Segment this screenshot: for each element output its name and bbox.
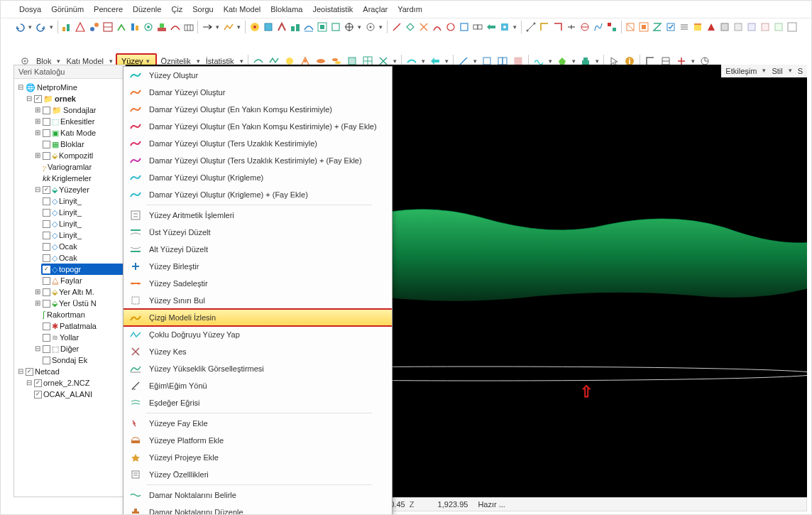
tool-icon[interactable]: [262, 20, 274, 34]
menu-ust-duzelt[interactable]: Üst Yüzeyi Düzelt: [124, 224, 392, 241]
tool-icon[interactable]: [289, 20, 301, 34]
dropdown-icon[interactable]: ▾: [236, 23, 242, 31]
tool-icon[interactable]: [525, 20, 537, 34]
tree-item[interactable]: Bloklar: [60, 139, 84, 150]
tool-icon[interactable]: [142, 20, 154, 34]
menu-nokta-duzenle[interactable]: Damar Noktalarını Düzenle: [124, 504, 392, 515]
tree-item[interactable]: Linyit_: [59, 229, 82, 241]
menu-projeye-ekle[interactable]: Yüzeyi Projeye Ekle: [124, 449, 392, 466]
tool-icon[interactable]: [458, 20, 470, 34]
menu-yukseklik-gorsel[interactable]: Yüzey Yükseklik Görselleştirmesi: [124, 360, 392, 377]
menu-pencere[interactable]: Pencere: [94, 5, 123, 13]
tool-icon[interactable]: [664, 20, 676, 34]
menu-coklu-dogru[interactable]: Çoklu Doğruyu Yüzey Yap: [124, 326, 392, 343]
tree-item[interactable]: Linyit_: [59, 195, 82, 207]
tree-item[interactable]: Kompozitl: [59, 150, 93, 161]
tool-icon[interactable]: [248, 20, 260, 34]
tool-icon[interactable]: [75, 20, 87, 34]
tool-icon[interactable]: [565, 20, 577, 34]
tree-item[interactable]: Linyit_: [59, 207, 82, 218]
tree-item[interactable]: Kriglemeler: [52, 173, 92, 184]
dropdown-icon[interactable]: ▾: [378, 23, 384, 31]
tree-item[interactable]: Linyit_: [59, 218, 82, 229]
tree-item[interactable]: Ocak: [59, 252, 77, 264]
tool-icon[interactable]: [275, 20, 287, 34]
dropdown-icon[interactable]: ▾: [444, 58, 450, 65]
dropdown-icon[interactable]: ▾: [512, 23, 518, 31]
menu-alt-duzelt[interactable]: Alt Yüzeyi Düzelt: [124, 241, 392, 258]
menu-damar-enyk-fay[interactable]: Damar Yüzeyi Oluştur (En Yakın Komşu Kes…: [124, 118, 392, 135]
tool-icon[interactable]: [88, 20, 100, 34]
tree-item[interactable]: Katı Mode: [60, 127, 96, 139]
menu-gorunum[interactable]: Görünüm: [51, 5, 84, 13]
tool-icon[interactable]: [746, 20, 758, 34]
menu-aritmetik[interactable]: Yüzey Aritmetik İşlemleri: [124, 207, 392, 224]
tool-icon[interactable]: [552, 20, 564, 34]
menu-cizgi-modeli-izlesin[interactable]: Çizgi Modeli İzlesin: [124, 308, 392, 327]
tool-icon[interactable]: [182, 20, 194, 34]
tool-icon[interactable]: [498, 20, 510, 34]
tool-icon[interactable]: [692, 20, 704, 34]
tool-icon[interactable]: [733, 20, 745, 34]
dropdown-icon[interactable]: ▾: [27, 23, 33, 31]
tool-icon[interactable]: [485, 20, 497, 34]
tool-icon[interactable]: [786, 20, 799, 34]
tool-icon[interactable]: [679, 20, 691, 34]
tree-item[interactable]: Yüzeyler: [59, 184, 89, 195]
tool-icon[interactable]: [343, 20, 355, 34]
menu-platform-ekle[interactable]: Yüzeye Platform Ekle: [124, 432, 392, 449]
tree-item[interactable]: Sondaj Ek: [52, 354, 87, 366]
menu-ozellikler[interactable]: Yüzey Özelllikleri: [124, 466, 392, 483]
tree-item[interactable]: Sondajlar: [63, 104, 96, 116]
dropdown-icon[interactable]: ▾: [547, 58, 554, 65]
menu-yuzey-olustur[interactable]: Yüzey Oluştur: [124, 67, 392, 84]
dropdown-icon[interactable]: ▾: [420, 58, 427, 65]
tool-icon[interactable]: [605, 20, 618, 34]
etkilesim-menu[interactable]: Etkileşim: [725, 67, 757, 75]
tree-item[interactable]: Yer Üstü N: [59, 298, 97, 309]
dropdown-icon[interactable]: ▾: [571, 58, 577, 65]
tool-icon[interactable]: [651, 20, 663, 34]
tree-netcad[interactable]: Netcad: [35, 366, 60, 377]
menu-esdeger[interactable]: Eşdeğer Eğrisi: [124, 394, 392, 411]
redo-icon[interactable]: [35, 20, 47, 34]
tool-icon[interactable]: [404, 20, 416, 34]
menu-damar-tersuz[interactable]: Damar Yüzeyi Oluştur (Ters Uzaklık Kesti…: [124, 135, 392, 152]
tool-icon[interactable]: [364, 20, 376, 34]
tree-root[interactable]: NetproMine: [37, 82, 77, 93]
tree-item-selected[interactable]: topogr: [59, 264, 81, 275]
line-tool-icon[interactable]: [390, 20, 402, 34]
tool-icon[interactable]: [624, 20, 636, 34]
tool-icon[interactable]: [719, 20, 731, 34]
dropdown-icon[interactable]: ▾: [392, 58, 398, 65]
menu-fay-ekle[interactable]: Yüzeye Fay Ekle: [124, 415, 392, 432]
arrow-icon[interactable]: [201, 20, 213, 34]
tree-item[interactable]: Yollar: [60, 332, 79, 343]
tool-icon[interactable]: [102, 20, 114, 34]
tool-icon[interactable]: [471, 20, 483, 34]
tool-icon[interactable]: [706, 20, 718, 34]
dropdown-icon[interactable]: ▾: [690, 58, 696, 65]
tree-project[interactable]: ornek: [55, 93, 76, 104]
dropdown-icon[interactable]: ▾: [356, 23, 363, 31]
dropdown-icon[interactable]: ▾: [594, 58, 600, 65]
menu-jeoistatistik[interactable]: Jeoistatistik: [312, 5, 353, 13]
tool-icon[interactable]: [637, 20, 649, 34]
undo-icon[interactable]: [13, 20, 26, 34]
menu-bloklama[interactable]: Bloklama: [270, 5, 302, 13]
tool-icon[interactable]: [592, 20, 604, 34]
menu-damar-yuzeyi[interactable]: Damar Yüzeyi Oluştur: [124, 84, 392, 101]
dropdown-icon[interactable]: ▾: [472, 58, 478, 65]
menu-birlestir[interactable]: Yüzey Birleştir: [124, 258, 392, 275]
tree-item[interactable]: Rakortman: [47, 309, 85, 320]
tool-icon[interactable]: [417, 20, 429, 34]
tree-item[interactable]: Patlatmala: [60, 320, 97, 332]
menu-damar-enyk[interactable]: Damar Yüzeyi Oluştur (En Yakın Komşu Kes…: [124, 101, 392, 118]
tool-icon[interactable]: [444, 20, 456, 34]
menu-damar-krig-fay[interactable]: Damar Yüzeyi Oluştur (Krigleme) + (Fay E…: [124, 186, 392, 203]
menu-yuzey-kes[interactable]: Yüzey Kes: [124, 343, 392, 360]
tool-icon[interactable]: [115, 20, 127, 34]
tree-item[interactable]: Yer Altı M.: [59, 286, 94, 298]
menu-duzenle[interactable]: Düzenle: [133, 5, 161, 13]
menu-araclar[interactable]: Araçlar: [363, 5, 388, 13]
